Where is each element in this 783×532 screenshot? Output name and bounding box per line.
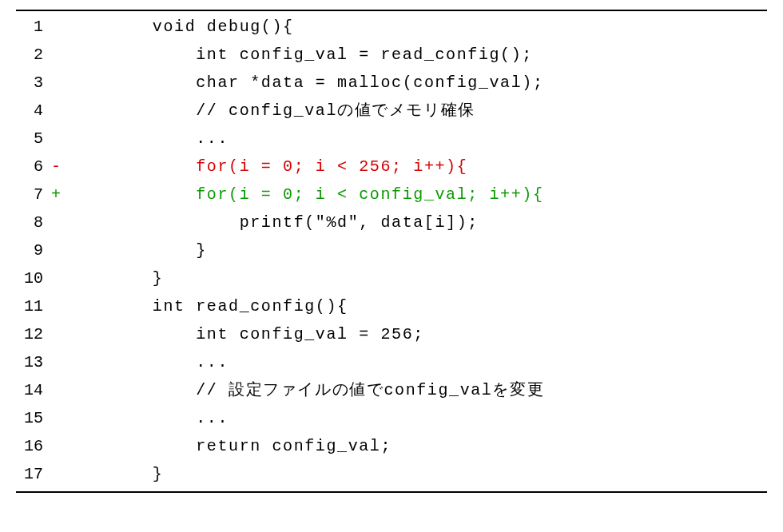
code-row: 17 } xyxy=(16,460,767,488)
code-text: int config_val = read_config(); xyxy=(66,41,767,69)
code-row: 14 // 設定ファイルの値でconfig_valを変更 xyxy=(16,376,767,404)
code-text: return config_val; xyxy=(66,432,767,460)
line-number: 2 xyxy=(16,41,46,69)
code-row: 6- for(i = 0; i < 256; i++){ xyxy=(16,153,767,181)
code-row: 12 int config_val = 256; xyxy=(16,320,767,348)
code-text: for(i = 0; i < config_val; i++){ xyxy=(66,181,767,208)
code-text: ... xyxy=(66,404,767,432)
code-text: int config_val = 256; xyxy=(66,320,767,348)
code-row: 11 int read_config(){ xyxy=(16,292,767,320)
code-text: } xyxy=(66,264,767,292)
code-text: for(i = 0; i < 256; i++){ xyxy=(66,153,767,181)
code-row: 8 printf("%d", data[i]); xyxy=(16,208,767,236)
code-row: 16 return config_val; xyxy=(16,432,767,460)
code-row: 7+ for(i = 0; i < config_val; i++){ xyxy=(16,181,767,208)
diff-add-marker: + xyxy=(46,181,66,208)
line-number: 1 xyxy=(16,13,46,41)
code-row: 4 // config_valの値でメモリ確保 xyxy=(16,97,767,125)
line-number: 14 xyxy=(16,376,46,404)
line-number: 3 xyxy=(16,69,46,97)
line-number: 13 xyxy=(16,348,46,376)
code-text: } xyxy=(66,460,767,488)
code-row: 1 void debug(){ xyxy=(16,13,767,41)
code-text: char *data = malloc(config_val); xyxy=(66,69,767,97)
code-row: 5 ... xyxy=(16,125,767,153)
line-number: 10 xyxy=(16,264,46,292)
code-row: 13 ... xyxy=(16,348,767,376)
line-number: 12 xyxy=(16,320,46,348)
line-number: 17 xyxy=(16,460,46,488)
code-text: // config_valの値でメモリ確保 xyxy=(66,97,767,125)
code-row: 3 char *data = malloc(config_val); xyxy=(16,69,767,97)
line-number: 8 xyxy=(16,208,46,236)
code-row: 15 ... xyxy=(16,404,767,432)
code-text: // 設定ファイルの値でconfig_valを変更 xyxy=(66,376,767,404)
line-number: 5 xyxy=(16,125,46,153)
code-text: ... xyxy=(66,125,767,153)
line-number: 7 xyxy=(16,181,46,208)
code-row: 9 } xyxy=(16,236,767,264)
code-row: 10 } xyxy=(16,264,767,292)
code-text: } xyxy=(66,236,767,264)
code-text: int read_config(){ xyxy=(66,292,767,320)
line-number: 6 xyxy=(16,153,46,181)
diff-remove-marker: - xyxy=(46,153,66,181)
code-row: 2 int config_val = read_config(); xyxy=(16,41,767,69)
code-text: void debug(){ xyxy=(66,13,767,41)
code-text: printf("%d", data[i]); xyxy=(66,208,767,236)
line-number: 4 xyxy=(16,97,46,125)
line-number: 16 xyxy=(16,432,46,460)
line-number: 15 xyxy=(16,404,46,432)
code-text: ... xyxy=(66,348,767,376)
line-number: 9 xyxy=(16,236,46,264)
line-number: 11 xyxy=(16,292,46,320)
code-listing: 1 void debug(){2 int config_val = read_c… xyxy=(16,10,767,493)
